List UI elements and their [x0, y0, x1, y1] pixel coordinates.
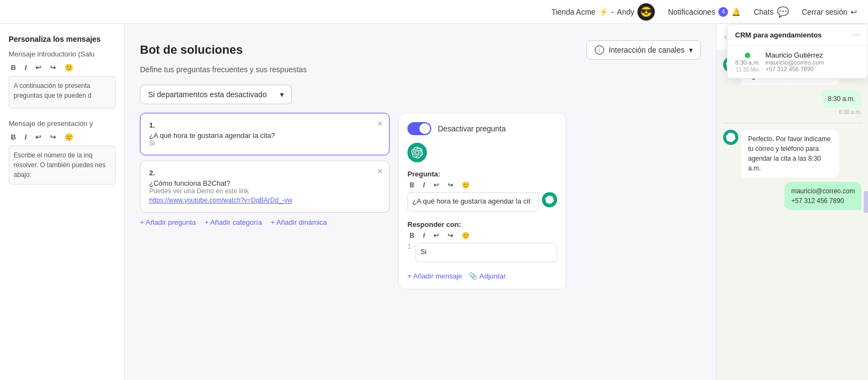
- crm-contact-item[interactable]: 8:30 a.m. 11 20 Min Mauricio Gutiérrez m…: [727, 46, 867, 78]
- presentation-toolbar: B I ↩ ↪ 🙂: [9, 132, 116, 142]
- ai-avatar-2: [723, 130, 738, 145]
- logout-btn[interactable]: Cerrar sesión ↩: [802, 8, 857, 16]
- ai-icon-question: [407, 143, 427, 162]
- notifications-badge: 4: [718, 7, 728, 17]
- add-question-btn[interactable]: + Añadir pregunta: [140, 218, 196, 226]
- left-sidebar: Personaliza los mensajes Mensaje introdu…: [0, 24, 125, 380]
- redo-btn[interactable]: ↪: [48, 62, 58, 73]
- panel-header: Bot de soluciones i Interacción de canal…: [140, 40, 701, 60]
- ai-icon-input: [542, 192, 557, 207]
- r-emoji-btn[interactable]: 🙂: [459, 231, 472, 240]
- dashed-divider: [723, 123, 861, 123]
- q-bold-btn[interactable]: B: [407, 180, 417, 190]
- sidebar-section-title: Personaliza los mensajes: [9, 35, 116, 43]
- intro-content[interactable]: A continuación te presenta preguntas que…: [9, 76, 116, 109]
- question-text-2: ¿Cómo funciona B2Chat?: [149, 179, 367, 187]
- response-toolbar: B I ↩ ↪ 🙂: [407, 231, 557, 240]
- topnav: Tienda Acme ⚡ - Andy 😎 Notificaciones 4 …: [0, 0, 868, 24]
- chat-icon: 💬: [777, 6, 789, 18]
- q-italic-btn[interactable]: I: [421, 180, 427, 190]
- bold-btn[interactable]: B: [9, 62, 18, 73]
- italic-btn2[interactable]: I: [22, 132, 29, 142]
- notifications-btn[interactable]: Notificaciones 4 🔔: [668, 7, 741, 17]
- question-card-2[interactable]: 2. ¿Cómo funciona B2Chat? Puedes ver una…: [140, 161, 390, 213]
- questions-list: 1. ¿A qué hora te gustaría agendar la ci…: [140, 113, 390, 289]
- r-italic-btn[interactable]: I: [421, 231, 427, 240]
- crm-dots[interactable]: ···: [853, 30, 860, 40]
- dropdown-chevron-icon: ▾: [280, 90, 284, 99]
- chats-btn[interactable]: Chats 💬: [754, 6, 789, 18]
- crm-title: CRM para agendamientos: [735, 31, 822, 39]
- response-input[interactable]: Si: [416, 243, 557, 262]
- toggle-label: Desactivar pregunta: [438, 124, 506, 133]
- chevron-down-icon: ▾: [689, 46, 693, 54]
- undo-btn2[interactable]: ↩: [33, 132, 43, 142]
- user-name: Andy: [617, 8, 634, 16]
- avatar: 😎: [637, 3, 655, 21]
- add-message-btn[interactable]: + Añadir mensaje: [407, 272, 462, 280]
- info-icon: i: [595, 45, 604, 55]
- intro-label: Mensaje introductorio (Salu: [9, 50, 116, 58]
- chat-message-2: 8:30 a.m. 8:30 a.m.: [723, 90, 861, 116]
- pregunta-input[interactable]: ¿A qué hora te gustaría agendar la cit: [407, 192, 539, 212]
- presentation-content[interactable]: Escribe el número de la inq resolver. O …: [9, 145, 116, 185]
- chat-messages: ¿A qué hora te gustaría agendar la cita,…: [717, 50, 868, 380]
- q-emoji-btn[interactable]: 🙂: [459, 180, 472, 190]
- italic-btn[interactable]: I: [22, 62, 29, 73]
- undo-btn[interactable]: ↩: [33, 62, 43, 73]
- paperclip-icon: 📎: [469, 272, 477, 280]
- crm-contact-email: mauricio@correo.com: [765, 59, 824, 66]
- edit-panel: Desactivar pregunta Pregunta: B I ↩ ↪: [398, 113, 566, 289]
- attach-btn[interactable]: 📎 Adjuntar: [469, 272, 506, 280]
- emoji-btn[interactable]: 🙂: [62, 62, 75, 73]
- crm-dropdown: CRM para agendamientos ··· 8:30 a.m. 11 …: [727, 24, 868, 79]
- r-bold-btn[interactable]: B: [407, 231, 417, 240]
- departments-dropdown[interactable]: Si departamentos esta desactivado ▾: [140, 85, 292, 104]
- r-undo-btn[interactable]: ↩: [431, 231, 441, 240]
- question-close-1[interactable]: ×: [378, 119, 382, 129]
- right-edge-tab[interactable]: [864, 191, 868, 213]
- question-answer-1: Si: [149, 140, 367, 147]
- logout-icon: ↩: [851, 8, 857, 16]
- sidebar-section-presentation: Mensaje de presentación y B I ↩ ↪ 🙂 Escr…: [9, 119, 116, 185]
- channel-dropdown-btn[interactable]: i Interacción de canales ▾: [586, 40, 701, 60]
- redo-btn2[interactable]: ↪: [48, 132, 58, 142]
- line-number: 1: [407, 243, 411, 250]
- question-num-1: 1.: [149, 121, 367, 129]
- add-category-btn[interactable]: + Añadir categoría: [205, 218, 262, 226]
- departments-label: Si departamentos esta desactivado: [148, 90, 267, 99]
- intro-toolbar: B I ↩ ↪ 🙂: [9, 62, 116, 73]
- chat-message-4: mauricio@correo.com+57 312 456 7890: [723, 182, 861, 210]
- lightning-icon: ⚡: [599, 8, 608, 16]
- add-buttons-row: + Añadir pregunta + Añadir categoría + A…: [140, 218, 390, 226]
- panel-subtitle: Define tus preguntas frecuentes y sus re…: [140, 65, 701, 74]
- bold-btn2[interactable]: B: [9, 132, 18, 142]
- q-redo-btn[interactable]: ↪: [445, 180, 455, 190]
- chat-message-3: Perfecto. Por favor indícame tu correo y…: [723, 130, 861, 178]
- pregunta-section: Pregunta: B I ↩ ↪ 🙂 ¿A qué hora te gusta…: [407, 170, 557, 212]
- question-close-2[interactable]: ×: [378, 167, 382, 176]
- center-panel: Bot de soluciones i Interacción de canal…: [125, 24, 716, 380]
- chats-label: Chats: [754, 8, 774, 16]
- question-link-2[interactable]: https://www.youtube.com/watch?v=DqBArDd_…: [149, 197, 292, 204]
- crm-header: CRM para agendamientos ···: [727, 24, 867, 46]
- logout-label: Cerrar sesión: [802, 8, 847, 16]
- add-dynamic-btn[interactable]: + Añadir dinámica: [271, 218, 327, 226]
- r-redo-btn[interactable]: ↪: [445, 231, 455, 240]
- pregunta-label: Pregunta:: [407, 170, 557, 178]
- deactivate-toggle[interactable]: [407, 122, 431, 135]
- emoji-btn2[interactable]: 🙂: [62, 132, 75, 142]
- questions-area: 1. ¿A qué hora te gustaría agendar la ci…: [140, 113, 701, 289]
- q-undo-btn[interactable]: ↩: [431, 180, 441, 190]
- message-bubble-2: 8:30 a.m.: [821, 90, 861, 108]
- question-answer-2: Puedes ver una Demo en este link: [149, 187, 367, 195]
- crm-contact-phone: +57 312 456 7890: [765, 66, 824, 72]
- crm-subtime: 11 20 Min: [736, 67, 760, 73]
- brand-name: Tienda Acme: [551, 8, 595, 16]
- attach-label: Adjuntar: [480, 272, 506, 280]
- response-section: Responder con: B I ↩ ↪ 🙂 1 Si: [407, 220, 557, 262]
- notifications-label: Notificaciones: [668, 8, 715, 16]
- message-bubble-4: mauricio@correo.com+57 312 456 7890: [784, 182, 861, 210]
- crm-time: 8:30 a.m.: [735, 59, 760, 66]
- question-card-1[interactable]: 1. ¿A qué hora te gustaría agendar la ci…: [140, 113, 390, 155]
